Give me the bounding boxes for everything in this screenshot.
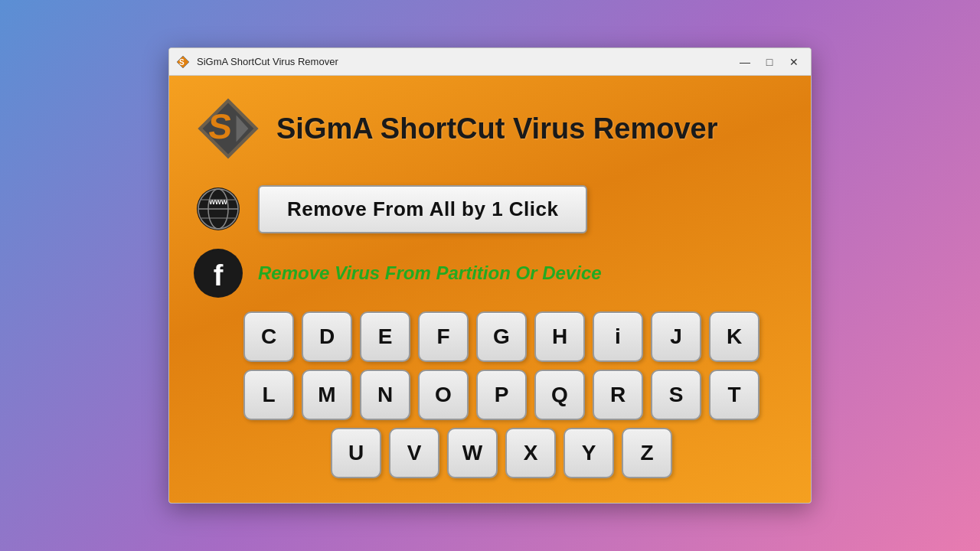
drive-button-v[interactable]: V [389,428,439,478]
sigma-logo: S [194,95,262,162]
svg-text:f: f [214,259,224,292]
drive-button-h[interactable]: H [534,311,585,362]
drive-row-2: LMNOPQRST [243,370,760,420]
drive-button-z[interactable]: Z [622,428,672,478]
drive-button-k[interactable]: K [709,311,760,362]
drive-buttons-section: CDEFGHiJK LMNOPQRST UVWXYZ [194,311,786,478]
app-icon: S [175,54,191,70]
www-icon: www [194,184,243,233]
partition-row: f Remove Virus From Partition Or Device [194,249,786,298]
drive-row-3: UVWXYZ [331,428,672,478]
maximize-button[interactable]: □ [759,54,780,70]
minimize-button[interactable]: — [734,54,756,70]
close-button[interactable]: ✕ [783,54,805,70]
svg-text:www: www [208,197,227,206]
drive-button-l[interactable]: L [243,370,294,420]
title-bar: S SiGmA ShortCut Virus Remover — □ ✕ [169,48,811,76]
svg-text:S: S [207,107,234,146]
drive-button-r[interactable]: R [593,370,643,420]
drive-button-w[interactable]: W [447,428,498,478]
app-header: S SiGmA ShortCut Virus Remover [194,94,786,163]
drive-button-d[interactable]: D [302,311,352,362]
drive-button-c[interactable]: C [243,311,294,362]
drive-button-e[interactable]: E [360,311,410,362]
window-title: SiGmA ShortCut Virus Remover [197,56,734,67]
remove-partition-label: Remove Virus From Partition Or Device [258,262,602,284]
drive-button-t[interactable]: T [709,370,760,420]
drive-button-q[interactable]: Q [534,370,585,420]
action-row: www Remove From All by 1 Click [194,184,786,233]
app-body: S SiGmA ShortCut Virus Remover www Remov… [169,76,811,503]
facebook-icon: f [194,249,243,298]
app-title: SiGmA ShortCut Virus Remover [276,112,717,145]
drive-button-g[interactable]: G [476,311,527,362]
drive-button-n[interactable]: N [360,370,410,420]
drive-button-j[interactable]: J [651,311,701,362]
drive-button-i[interactable]: i [593,311,643,362]
drive-button-m[interactable]: M [302,370,352,420]
svg-text:S: S [179,58,185,67]
drive-button-s[interactable]: S [651,370,701,420]
window-controls: — □ ✕ [734,54,805,70]
drive-row-1: CDEFGHiJK [243,311,760,362]
drive-button-p[interactable]: P [476,370,527,420]
application-window: S SiGmA ShortCut Virus Remover — □ ✕ S [168,47,812,504]
logo-area: S [194,94,263,163]
remove-all-button[interactable]: Remove From All by 1 Click [258,185,587,233]
drive-button-u[interactable]: U [331,428,381,478]
drive-button-x[interactable]: X [505,428,556,478]
drive-button-y[interactable]: Y [564,428,614,478]
drive-button-o[interactable]: O [418,370,469,420]
drive-button-f[interactable]: F [418,311,469,362]
